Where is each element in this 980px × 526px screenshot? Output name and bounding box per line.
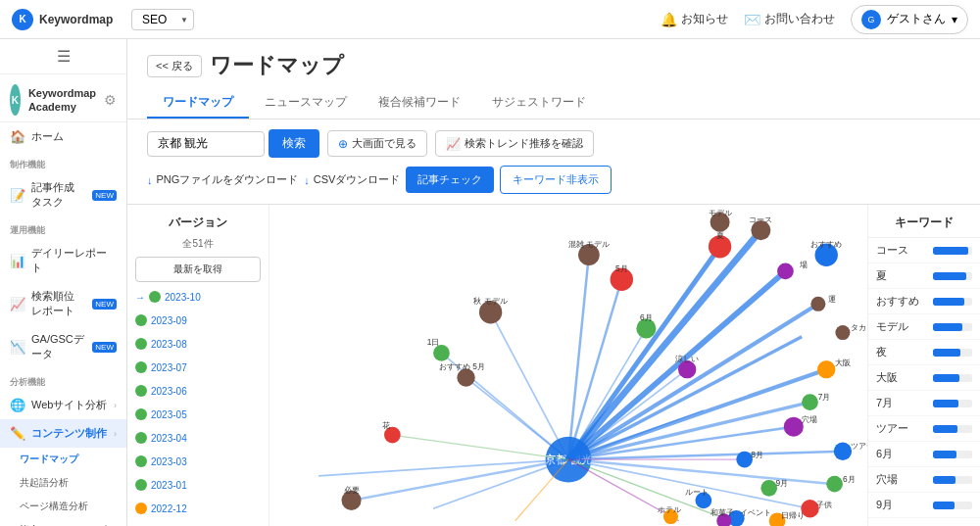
logo-icon-symbol: K: [19, 14, 25, 24]
keyword-row-3[interactable]: おすすめ: [868, 289, 980, 314]
node-tour[interactable]: [834, 443, 852, 460]
contact-btn[interactable]: ✉️ お問い合わせ: [744, 11, 835, 27]
sidebar-item-label: ホーム: [31, 129, 64, 144]
search-input[interactable]: [147, 131, 265, 157]
page-title: ワードマップ: [210, 51, 344, 80]
sidebar-item-daily-report[interactable]: 📊 デイリーレポート: [0, 239, 126, 282]
sidebar-item-article-task[interactable]: 📝 記事作成タスク NEW: [0, 173, 126, 216]
trend-button[interactable]: 📈 検索トレンド推移を確認: [435, 130, 594, 157]
sidebar-item-search-rank[interactable]: 📈 検索順位レポート NEW: [0, 282, 126, 325]
version-date: 2023-05: [151, 409, 187, 420]
version-item-2023-10[interactable]: → 2023-10: [135, 288, 261, 306]
version-panel: バージョン 全51件 最新を取得 → 2023-10 2023-09 2023-…: [127, 205, 270, 526]
mail-icon: ✉️: [744, 12, 760, 27]
search-input-wrap: 検索: [147, 129, 319, 158]
keyword-panel: キーワード コース 夏 おすすめ: [867, 205, 980, 526]
new-badge: NEW: [92, 299, 117, 310]
keyword-row-12[interactable]: ルート: [868, 518, 980, 526]
node-luck[interactable]: [810, 297, 825, 311]
sidebar-item-label: GA/GSCデータ: [31, 332, 84, 361]
keyword-row-10[interactable]: 穴場: [868, 467, 980, 493]
keyword-row-5[interactable]: 夜: [868, 340, 980, 365]
version-item-2023-03[interactable]: 2023-03: [135, 453, 261, 470]
sidebar-item-label: コンテンツ制作: [31, 426, 107, 441]
tab-mixed-search[interactable]: 複合候補ワード: [363, 88, 476, 119]
node-one-day[interactable]: [433, 345, 450, 361]
node-hidden-spot[interactable]: [784, 417, 804, 437]
node-label: イベント: [740, 507, 771, 517]
download-icon: ↓: [147, 174, 153, 186]
keyword-label: 夏: [876, 268, 887, 283]
arrow-icon: →: [135, 292, 145, 303]
sidebar-item-home[interactable]: 🏠 ホーム: [0, 122, 126, 151]
keyword-bar-wrap: [933, 374, 972, 382]
gear-icon[interactable]: ⚙: [104, 92, 117, 108]
keyword-label: ツアー: [876, 421, 908, 436]
version-item-2022-12[interactable]: 2022-12: [135, 500, 261, 517]
keyword-row-9[interactable]: 6月: [868, 442, 980, 467]
node-label: 和菓子: [710, 507, 734, 517]
node-taka[interactable]: [835, 325, 850, 340]
seo-dropdown-wrap[interactable]: SEO MEO: [131, 9, 194, 30]
keyword-row-7[interactable]: 7月: [868, 391, 980, 416]
trend-icon: 📈: [446, 137, 461, 151]
sidebar-item-web-analysis[interactable]: 🌐 Webサイト分析 ›: [0, 391, 126, 419]
keyword-label: 大阪: [876, 370, 898, 385]
node-label: 花: [382, 420, 390, 430]
version-item-2023-09[interactable]: 2023-09: [135, 311, 261, 329]
sidebar-sub-item-mixed-content[interactable]: 複合コンテンツレポート: [0, 518, 126, 526]
png-download-button[interactable]: ↓ PNGファイルをダウンロード: [147, 172, 298, 187]
keyword-row-2[interactable]: 夏: [868, 263, 980, 289]
node-place[interactable]: [777, 263, 794, 280]
sidebar-toggle[interactable]: ☰: [0, 39, 126, 74]
node-osaka[interactable]: [817, 360, 835, 378]
notification-btn[interactable]: 🔔 お知らせ: [661, 11, 728, 27]
article-check-button[interactable]: 記事チェック: [406, 167, 494, 193]
node-july[interactable]: [802, 394, 818, 410]
node-nine-month[interactable]: [760, 480, 777, 497]
keyword-row-6[interactable]: 大阪: [868, 365, 980, 391]
version-item-2023-05[interactable]: 2023-05: [135, 406, 261, 423]
sidebar-sub-item-page-structure[interactable]: ページ構造分析: [0, 495, 126, 518]
section-label-application: 運用機能: [0, 216, 126, 239]
top-nav: K Keywordmap SEO MEO 🔔 お知らせ ✉️ お問い合わせ G …: [0, 0, 980, 39]
sidebar-sub-item-co-occurrence[interactable]: 共起語分析: [0, 471, 126, 495]
keyword-label: おすすめ: [876, 294, 919, 309]
node-label: 8月: [751, 450, 763, 459]
back-button[interactable]: << 戻る: [147, 55, 202, 77]
tab-news-map[interactable]: ニュースマップ: [249, 88, 363, 119]
section-label-analysis: 分析機能: [0, 368, 126, 391]
version-date: 2023-04: [151, 433, 187, 444]
keyword-row-8[interactable]: ツアー: [868, 416, 980, 442]
tab-word-map[interactable]: ワードマップ: [147, 88, 249, 119]
seo-dropdown[interactable]: SEO MEO: [131, 9, 194, 30]
large-view-button[interactable]: ⊕ 大画面で見る: [327, 130, 427, 157]
sidebar-item-label: Webサイト分析: [31, 398, 107, 412]
version-item-2023-08[interactable]: 2023-08: [135, 335, 261, 353]
keyword-show-button[interactable]: キーワード非表示: [500, 166, 612, 194]
get-latest-button[interactable]: 最新を取得: [135, 257, 261, 282]
csv-download-button[interactable]: ↓ CSVダウンロード: [304, 172, 400, 187]
sidebar-sub-item-word-map[interactable]: ワードマップ: [0, 448, 126, 471]
user-button[interactable]: G ゲストさん ▾: [851, 5, 968, 34]
node-june[interactable]: [826, 476, 843, 493]
sidebar-item-gsc[interactable]: 📉 GA/GSCデータ NEW: [0, 325, 126, 368]
version-item-2023-07[interactable]: 2023-07: [135, 359, 261, 376]
version-date: 2023-01: [151, 480, 187, 491]
logo-text: Keywordmap: [39, 13, 113, 26]
version-item-2023-01[interactable]: 2023-01: [135, 476, 261, 494]
version-item-2023-04[interactable]: 2023-04: [135, 429, 261, 447]
node-label: 1日: [427, 337, 440, 347]
keyword-row-4[interactable]: モデル: [868, 314, 980, 340]
search-button[interactable]: 検索: [269, 129, 319, 158]
keyword-row-11[interactable]: 9月: [868, 493, 980, 518]
tab-suggest-word[interactable]: サジェストワード: [476, 88, 602, 119]
new-badge: NEW: [92, 190, 117, 201]
keyword-row-1[interactable]: コース: [868, 238, 980, 263]
keyword-bar: [933, 374, 959, 382]
version-date: 2023-03: [151, 456, 187, 467]
chevron-down-icon: ▾: [952, 13, 957, 26]
sidebar-item-content-creation[interactable]: ✏️ コンテンツ制作 ›: [0, 419, 126, 448]
keyword-bar: [933, 425, 957, 433]
version-item-2023-06[interactable]: 2023-06: [135, 382, 261, 400]
